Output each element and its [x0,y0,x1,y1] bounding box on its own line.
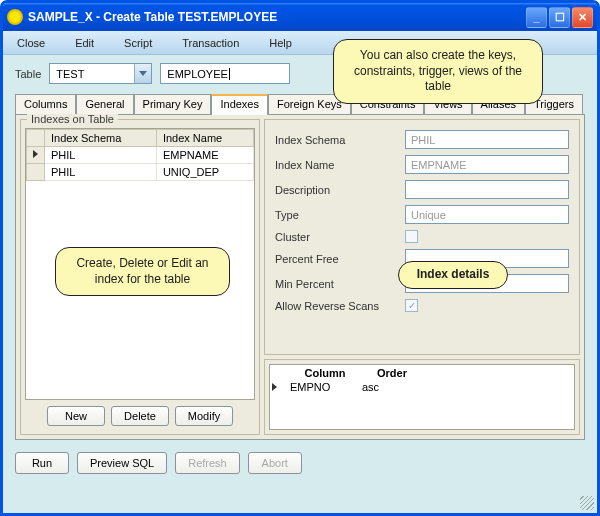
col-column: Column [290,367,360,379]
close-button[interactable]: ✕ [572,7,593,28]
callout-right: Index details [398,261,508,289]
label-cluster: Cluster [275,231,405,243]
app-icon [7,9,23,25]
label-type: Type [275,209,405,221]
index-detail-form: Index SchemaPHIL Index NameEMPNAME Descr… [264,119,580,355]
tab-columns[interactable]: Columns [15,94,76,114]
resize-grip-icon[interactable] [580,496,594,510]
input-description[interactable] [405,180,569,199]
index-columns-grid[interactable]: Column Order EMPNO asc [269,364,575,430]
label-index-schema: Index Schema [275,134,405,146]
input-index-name[interactable]: EMPNAME [405,155,569,174]
schema-select[interactable]: TEST [49,63,152,84]
index-button-row: New Delete Modify [21,400,259,434]
modify-button[interactable]: Modify [175,406,233,426]
menu-close[interactable]: Close [13,35,49,51]
table-name-value: EMPLOYEE [167,68,228,80]
indexes-panel: Indexes on Table Index Schema Index Name… [20,119,260,435]
menu-help[interactable]: Help [265,35,296,51]
label-pctfree: Percent Free [275,253,405,265]
checkbox-cluster[interactable] [405,230,418,243]
tab-general[interactable]: General [76,94,133,114]
cell-name: EMPNAME [156,147,253,164]
tab-primary-key[interactable]: Primary Key [134,94,212,114]
index-columns-panel: Column Order EMPNO asc [264,359,580,435]
col-index-schema: Index Schema [45,130,157,147]
checkbox-revscan[interactable]: ✓ [405,299,418,312]
index-row[interactable]: PHIL UNIQ_DEP [27,164,254,181]
menu-transaction[interactable]: Transaction [178,35,243,51]
indexes-group-label: Indexes on Table [27,113,118,125]
window-buttons: _ ☐ ✕ [526,7,593,28]
cell-order: asc [362,381,422,393]
callout-top: You can also create the keys, constraint… [333,39,543,104]
menu-script[interactable]: Script [120,35,156,51]
refresh-button[interactable]: Refresh [175,452,240,474]
cell-name: UNIQ_DEP [156,164,253,181]
row-marker [27,147,45,164]
column-row[interactable]: EMPNO asc [272,381,422,393]
table-label: Table [15,68,41,80]
row-marker [27,164,45,181]
table-name-input[interactable]: EMPLOYEE [160,63,290,84]
col-index-name: Index Name [156,130,253,147]
input-index-schema[interactable]: PHIL [405,130,569,149]
index-header-row: Index Schema Index Name [27,130,254,147]
label-revscan: Allow Reverse Scans [275,300,405,312]
maximize-button[interactable]: ☐ [549,7,570,28]
tab-indexes[interactable]: Indexes [211,94,268,115]
callout-left: Create, Delete or Edit an index for the … [55,247,230,296]
cell-schema: PHIL [45,147,157,164]
menu-edit[interactable]: Edit [71,35,98,51]
window-title: SAMPLE_X - Create Table TEST.EMPLOYEE [28,10,526,24]
minimize-button[interactable]: _ [526,7,547,28]
preview-sql-button[interactable]: Preview SQL [77,452,167,474]
app-window: SAMPLE_X - Create Table TEST.EMPLOYEE _ … [0,0,600,516]
run-button[interactable]: Run [15,452,69,474]
schema-value: TEST [50,68,134,80]
new-button[interactable]: New [47,406,105,426]
detail-column: Index SchemaPHIL Index NameEMPNAME Descr… [264,119,580,435]
chevron-down-icon [134,64,151,83]
abort-button[interactable]: Abort [248,452,302,474]
label-minpct: Min Percent [275,278,405,290]
label-index-name: Index Name [275,159,405,171]
footer-buttons: Run Preview SQL Refresh Abort [3,448,597,474]
tab-content: Indexes on Table Index Schema Index Name… [15,114,585,440]
col-order: Order [362,367,422,379]
title-bar: SAMPLE_X - Create Table TEST.EMPLOYEE _ … [3,3,597,31]
delete-button[interactable]: Delete [111,406,169,426]
row-marker [272,381,288,393]
label-description: Description [275,184,405,196]
cell-schema: PHIL [45,164,157,181]
select-type[interactable]: Unique [405,205,569,224]
cell-column: EMPNO [290,381,360,393]
text-caret [229,68,230,80]
index-row[interactable]: PHIL EMPNAME [27,147,254,164]
